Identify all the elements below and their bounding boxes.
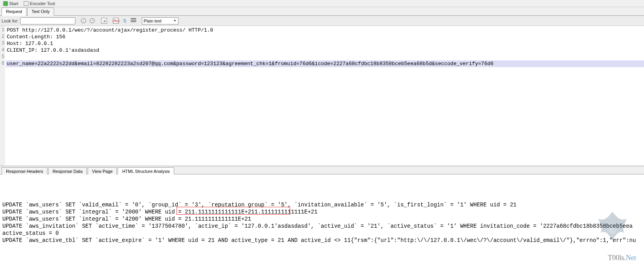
look-for-label: Look for: (2, 19, 19, 23)
watermark-text: T00ls.Net (608, 254, 636, 262)
response-data-pane[interactable]: UPDATE `aws_users` SET `valid_email` = '… (0, 174, 644, 266)
response-line: UPDATE `aws_users` SET `valid_email` = '… (2, 201, 642, 208)
response-line: UPDATE `aws_active_tbl` SET `active_expi… (2, 237, 642, 244)
code-line[interactable]: CLIENT_IP: 127.0.0.1'asdasdasd (6, 47, 644, 54)
encoding-dropdown[interactable]: Plain text ▼ (142, 17, 178, 24)
code-line[interactable] (6, 54, 644, 60)
replace-button[interactable]: ⇅ (121, 17, 128, 24)
search-toolbar: Look for: ↓ ↑ .a (Re) ⇅ Plain text ▼ (0, 16, 644, 26)
tab-response-headers[interactable]: Response Headers (2, 167, 47, 174)
upper-tab-bar: Request Text Only (0, 7, 644, 16)
chevron-down-icon: ▼ (173, 19, 176, 22)
code-line[interactable]: Content-Length: 156 (6, 34, 644, 40)
tab-request[interactable]: Request (2, 7, 26, 16)
tab-response-data[interactable]: Response Data (48, 167, 87, 174)
code-content[interactable]: POST http://127.0.0.1/wec/?/account/ajax… (5, 26, 644, 166)
code-line[interactable]: POST http://127.0.0.1/wec/?/account/ajax… (6, 27, 644, 34)
search-input[interactable] (20, 17, 75, 24)
tab-text-only[interactable]: Text Only (27, 7, 54, 16)
lower-tab-bar: Response Headers Response Data View Page… (0, 166, 644, 174)
case-a-icon: .a (101, 18, 107, 24)
find-down-button[interactable]: ↓ (80, 17, 87, 24)
list-icon (131, 18, 136, 24)
arrow-up-circle-icon: ↑ (90, 18, 95, 23)
response-line: UPDATE `aws_users` SET `integral` = '420… (2, 215, 642, 223)
dropdown-value: Plain text (144, 19, 161, 23)
tab-view-page[interactable]: View Page (88, 167, 117, 174)
top-toolbar: Start Encoder Tool (0, 0, 644, 7)
start-label: Start (9, 1, 18, 6)
tab-html-analysis[interactable]: HTML Structure Analysis (118, 167, 174, 174)
find-up-button[interactable]: ↑ (89, 17, 96, 24)
case-sensitive-button[interactable]: .a (101, 17, 108, 24)
code-line[interactable]: user_name=22a2222s22dd&email=82282282223… (6, 60, 644, 67)
play-icon (3, 1, 8, 6)
code-line[interactable]: Host: 127.0.0.1 (6, 40, 644, 47)
arrow-down-circle-icon: ↓ (81, 18, 86, 23)
regex-button[interactable]: (Re) (113, 17, 120, 24)
start-button[interactable]: Start (2, 1, 20, 6)
response-line: active_status = 0 (2, 230, 642, 237)
response-line: UPDATE `aws_users` SET `integral` = '200… (2, 208, 642, 215)
list-button[interactable] (130, 17, 137, 24)
regex-icon: (Re) (113, 18, 119, 24)
encoder-tool-button[interactable]: Encoder Tool (22, 1, 56, 6)
response-line: UPDATE `aws_invitation` SET `active_time… (2, 223, 642, 230)
tool-icon (24, 1, 28, 6)
line-gutter: 123456 (0, 26, 5, 166)
request-editor[interactable]: 123456 POST http://127.0.0.1/wec/?/accou… (0, 26, 644, 166)
swap-icon: ⇅ (123, 18, 127, 24)
encoder-label: Encoder Tool (30, 1, 55, 6)
